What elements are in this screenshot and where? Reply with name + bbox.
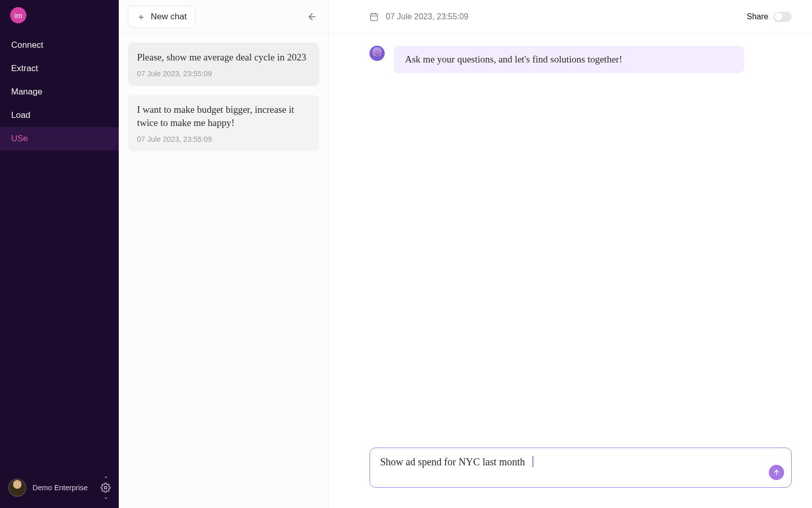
svg-point-0 [105,487,107,489]
composer-wrap: Show ad spend for NYC last month [329,448,812,508]
share-label: Share [747,12,768,21]
sidebar: im Connect Extract Manage Load USe Demo … [0,0,119,508]
chat-card-title: Please, show me average deal cycle in 20… [137,51,310,65]
sidebar-item-use[interactable]: USe [0,127,119,150]
chat-card-timestamp: 07 Jule 2023, 23:55:09 [137,70,310,78]
app-logo[interactable]: im [10,7,26,23]
chat-cards: Please, show me average deal cycle in 20… [119,34,328,161]
sidebar-item-load[interactable]: Load [0,104,119,127]
chat-date: 07 Jule 2023, 23:55:09 [369,12,468,21]
collapse-panel-button[interactable] [305,10,319,24]
share-toggle[interactable] [773,12,792,22]
chat-main: 07 Jule 2023, 23:55:09 Share 👾 Ask me yo… [329,0,812,508]
chevron-up-icon[interactable]: ⌃ [104,477,108,481]
app-root: im Connect Extract Manage Load USe Demo … [0,0,812,508]
chat-card-timestamp: 07 Jule 2023, 23:55:09 [137,135,310,143]
text-cursor [532,456,533,467]
chat-date-text: 07 Jule 2023, 23:55:09 [386,12,468,21]
chat-card[interactable]: I want to make budget bigger, increase i… [128,95,319,151]
chat-card-title: I want to make budget bigger, increase i… [137,103,310,130]
calendar-icon [369,12,379,21]
user-col: Demo Enterprise [32,484,94,492]
chat-header: 07 Jule 2023, 23:55:09 Share [329,0,812,34]
logo-wrap: im [0,0,119,34]
chat-list-panel: ＋ New chat Please, show me average deal … [119,0,329,508]
gear-icon[interactable] [100,483,111,493]
sidebar-item-extract[interactable]: Extract [0,57,119,80]
bot-avatar-icon: 👾 [369,46,385,61]
chevron-down-icon[interactable]: ⌄ [104,495,108,499]
sidebar-footer: Demo Enterprise ⌃ ⌄ [0,467,119,508]
bot-message-row: 👾 Ask me your questions, and let's find … [369,46,771,73]
user-avatar[interactable] [8,479,26,497]
new-chat-button[interactable]: ＋ New chat [128,6,195,28]
chat-card[interactable]: Please, show me average deal cycle in 20… [128,43,319,86]
sidebar-nav: Connect Extract Manage Load USe [0,34,119,467]
arrow-up-icon [772,468,781,477]
messages: 👾 Ask me your questions, and let's find … [329,34,812,448]
new-chat-label: New chat [151,12,187,22]
message-input[interactable]: Show ad spend for NYC last month [369,448,792,488]
send-button[interactable] [769,465,784,480]
sidebar-item-connect[interactable]: Connect [0,34,119,57]
arrow-left-icon [307,12,317,22]
sidebar-footer-icons: ⌃ ⌄ [100,477,111,499]
sidebar-item-manage[interactable]: Manage [0,80,119,104]
svg-rect-2 [370,14,378,21]
message-input-text: Show ad spend for NYC last month [380,456,525,467]
user-name: Demo Enterprise [32,484,94,492]
share-group: Share [747,12,792,22]
bot-message-bubble: Ask me your questions, and let's find so… [394,46,744,73]
chat-list-header: ＋ New chat [119,0,328,34]
plus-icon: ＋ [137,11,146,23]
